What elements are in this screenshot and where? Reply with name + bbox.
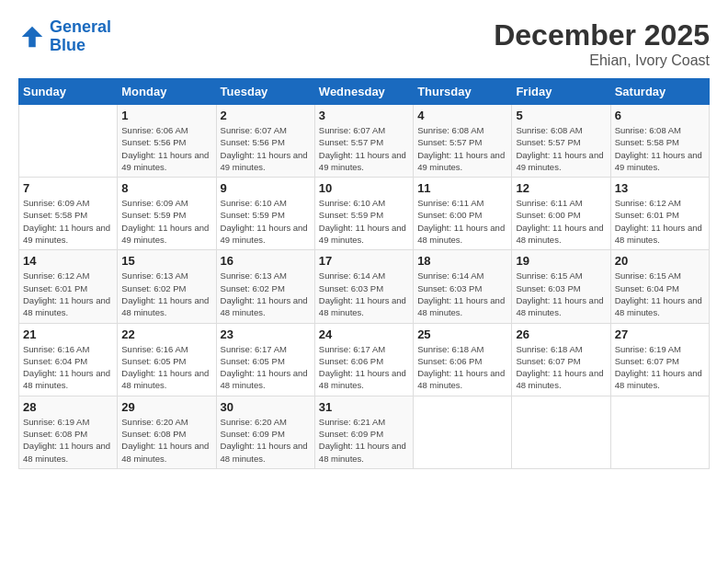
calendar-cell: 16Sunrise: 6:13 AMSunset: 6:02 PMDayligh… [216, 250, 314, 323]
page-header: General Blue December 2025 Ehian, Ivory … [18, 18, 710, 69]
calendar-cell: 31Sunrise: 6:21 AMSunset: 6:09 PMDayligh… [314, 396, 413, 468]
day-number: 11 [417, 181, 507, 195]
day-number: 14 [23, 254, 113, 268]
day-number: 23 [221, 327, 311, 341]
calendar-cell: 20Sunrise: 6:15 AMSunset: 6:04 PMDayligh… [610, 250, 709, 323]
day-number: 29 [121, 400, 211, 414]
day-info: Sunrise: 6:17 AMSunset: 6:05 PMDaylight:… [221, 343, 311, 392]
day-info: Sunrise: 6:08 AMSunset: 5:57 PMDaylight:… [417, 124, 507, 173]
day-info: Sunrise: 6:07 AMSunset: 5:57 PMDaylight:… [319, 124, 409, 173]
day-number: 25 [417, 327, 507, 341]
day-info: Sunrise: 6:13 AMSunset: 6:02 PMDaylight:… [121, 270, 211, 318]
day-info: Sunrise: 6:20 AMSunset: 6:08 PMDaylight:… [121, 416, 211, 465]
calendar-cell: 12Sunrise: 6:11 AMSunset: 6:00 PMDayligh… [512, 178, 610, 250]
logo-text: General Blue [50, 18, 111, 55]
col-header-monday: Monday [118, 79, 216, 105]
day-info: Sunrise: 6:11 AMSunset: 6:00 PMDaylight:… [516, 197, 606, 246]
calendar-week-5: 28Sunrise: 6:19 AMSunset: 6:08 PMDayligh… [19, 396, 710, 468]
day-info: Sunrise: 6:17 AMSunset: 6:06 PMDaylight:… [319, 343, 409, 392]
day-number: 31 [319, 400, 409, 414]
col-header-friday: Friday [512, 79, 610, 105]
calendar-cell: 7Sunrise: 6:09 AMSunset: 5:58 PMDaylight… [19, 178, 118, 250]
calendar-cell: 29Sunrise: 6:20 AMSunset: 6:08 PMDayligh… [118, 396, 216, 468]
day-info: Sunrise: 6:13 AMSunset: 6:02 PMDaylight:… [221, 270, 311, 318]
calendar-cell: 24Sunrise: 6:17 AMSunset: 6:06 PMDayligh… [314, 323, 413, 396]
calendar-cell [414, 396, 512, 468]
day-info: Sunrise: 6:11 AMSunset: 6:00 PMDaylight:… [417, 197, 507, 246]
calendar-cell: 25Sunrise: 6:18 AMSunset: 6:06 PMDayligh… [414, 323, 512, 396]
calendar-cell: 4Sunrise: 6:08 AMSunset: 5:57 PMDaylight… [414, 105, 512, 178]
day-info: Sunrise: 6:07 AMSunset: 5:56 PMDaylight:… [221, 124, 311, 173]
day-number: 28 [23, 400, 113, 414]
calendar-cell: 30Sunrise: 6:20 AMSunset: 6:09 PMDayligh… [216, 396, 314, 468]
calendar-cell: 9Sunrise: 6:10 AMSunset: 5:59 PMDaylight… [216, 178, 314, 250]
calendar-week-1: 1Sunrise: 6:06 AMSunset: 5:56 PMDaylight… [19, 105, 710, 178]
calendar-cell: 6Sunrise: 6:08 AMSunset: 5:58 PMDaylight… [610, 105, 709, 178]
day-number: 1 [121, 109, 211, 122]
day-number: 19 [516, 254, 606, 268]
day-info: Sunrise: 6:14 AMSunset: 6:03 PMDaylight:… [417, 270, 507, 318]
day-info: Sunrise: 6:08 AMSunset: 5:57 PMDaylight:… [516, 124, 606, 173]
day-info: Sunrise: 6:09 AMSunset: 5:59 PMDaylight:… [121, 197, 211, 246]
day-info: Sunrise: 6:08 AMSunset: 5:58 PMDaylight:… [615, 124, 705, 173]
day-info: Sunrise: 6:21 AMSunset: 6:09 PMDaylight:… [319, 416, 409, 465]
day-info: Sunrise: 6:12 AMSunset: 6:01 PMDaylight:… [615, 197, 705, 246]
day-number: 9 [221, 181, 311, 195]
col-header-wednesday: Wednesday [314, 79, 413, 105]
calendar-week-4: 21Sunrise: 6:16 AMSunset: 6:04 PMDayligh… [19, 323, 710, 396]
day-number: 3 [319, 109, 409, 122]
day-info: Sunrise: 6:10 AMSunset: 5:59 PMDaylight:… [221, 197, 311, 246]
logo-general: General [50, 17, 111, 36]
calendar-table: SundayMondayTuesdayWednesdayThursdayFrid… [18, 78, 710, 469]
day-number: 17 [319, 254, 409, 268]
day-number: 15 [121, 254, 211, 268]
logo-icon [18, 23, 46, 51]
day-number: 24 [319, 327, 409, 341]
day-number: 6 [615, 109, 705, 122]
day-number: 27 [615, 327, 705, 341]
col-header-sunday: Sunday [19, 79, 118, 105]
day-info: Sunrise: 6:10 AMSunset: 5:59 PMDaylight:… [319, 197, 409, 246]
calendar-cell: 15Sunrise: 6:13 AMSunset: 6:02 PMDayligh… [118, 250, 216, 323]
calendar-cell: 13Sunrise: 6:12 AMSunset: 6:01 PMDayligh… [610, 178, 709, 250]
day-number: 4 [417, 109, 507, 122]
calendar-cell: 27Sunrise: 6:19 AMSunset: 6:07 PMDayligh… [610, 323, 709, 396]
day-info: Sunrise: 6:06 AMSunset: 5:56 PMDaylight:… [121, 124, 211, 173]
calendar-cell: 5Sunrise: 6:08 AMSunset: 5:57 PMDaylight… [512, 105, 610, 178]
col-header-saturday: Saturday [610, 79, 709, 105]
day-number: 16 [221, 254, 311, 268]
day-number: 5 [516, 109, 606, 122]
calendar-cell: 23Sunrise: 6:17 AMSunset: 6:05 PMDayligh… [216, 323, 314, 396]
calendar-cell: 2Sunrise: 6:07 AMSunset: 5:56 PMDaylight… [216, 105, 314, 178]
day-number: 12 [516, 181, 606, 195]
calendar-cell: 28Sunrise: 6:19 AMSunset: 6:08 PMDayligh… [19, 396, 118, 468]
month-title: December 2025 [494, 18, 710, 52]
calendar-cell: 17Sunrise: 6:14 AMSunset: 6:03 PMDayligh… [314, 250, 413, 323]
day-number: 8 [121, 181, 211, 195]
day-number: 21 [23, 327, 113, 341]
day-number: 13 [615, 181, 705, 195]
calendar-cell: 18Sunrise: 6:14 AMSunset: 6:03 PMDayligh… [414, 250, 512, 323]
day-info: Sunrise: 6:14 AMSunset: 6:03 PMDaylight:… [319, 270, 409, 318]
svg-marker-0 [22, 27, 43, 48]
calendar-cell: 21Sunrise: 6:16 AMSunset: 6:04 PMDayligh… [19, 323, 118, 396]
col-header-tuesday: Tuesday [216, 79, 314, 105]
day-info: Sunrise: 6:15 AMSunset: 6:03 PMDaylight:… [516, 270, 606, 318]
calendar-cell: 19Sunrise: 6:15 AMSunset: 6:03 PMDayligh… [512, 250, 610, 323]
calendar-week-3: 14Sunrise: 6:12 AMSunset: 6:01 PMDayligh… [19, 250, 710, 323]
day-number: 2 [221, 109, 311, 122]
calendar-cell [512, 396, 610, 468]
calendar-cell [610, 396, 709, 468]
day-info: Sunrise: 6:12 AMSunset: 6:01 PMDaylight:… [23, 270, 113, 318]
calendar-cell [19, 105, 118, 178]
day-info: Sunrise: 6:20 AMSunset: 6:09 PMDaylight:… [221, 416, 311, 465]
day-number: 18 [417, 254, 507, 268]
calendar-cell: 14Sunrise: 6:12 AMSunset: 6:01 PMDayligh… [19, 250, 118, 323]
calendar-week-2: 7Sunrise: 6:09 AMSunset: 5:58 PMDaylight… [19, 178, 710, 250]
day-info: Sunrise: 6:19 AMSunset: 6:08 PMDaylight:… [23, 416, 113, 465]
calendar-cell: 26Sunrise: 6:18 AMSunset: 6:07 PMDayligh… [512, 323, 610, 396]
calendar-cell: 8Sunrise: 6:09 AMSunset: 5:59 PMDaylight… [118, 178, 216, 250]
day-number: 20 [615, 254, 705, 268]
day-info: Sunrise: 6:09 AMSunset: 5:58 PMDaylight:… [23, 197, 113, 246]
day-info: Sunrise: 6:15 AMSunset: 6:04 PMDaylight:… [615, 270, 705, 318]
